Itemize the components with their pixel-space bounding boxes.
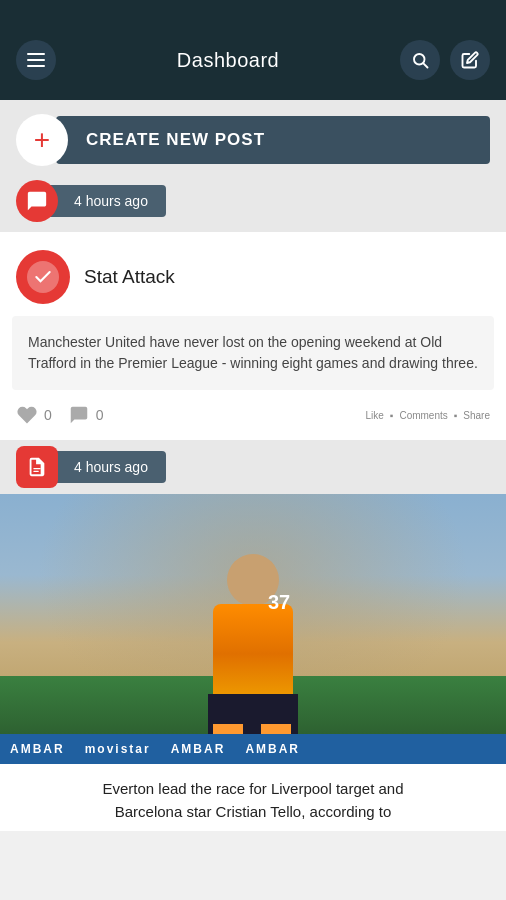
second-timestamp-badge: 4 hours ago <box>46 451 166 483</box>
player-figure: 37 <box>183 544 323 764</box>
edit-icon <box>461 51 479 69</box>
edit-button[interactable] <box>450 40 490 80</box>
comment-icon <box>68 404 90 426</box>
first-timestamp-row: 4 hours ago <box>0 180 506 232</box>
comment-count: 0 <box>96 407 104 423</box>
soccer-caption-line2: Barcelona star Cristian Tello, according… <box>115 803 392 820</box>
top-bar: Dashboard <box>0 0 506 100</box>
advertising-board: AMBAR movistar AMBAR AMBAR <box>0 734 506 764</box>
check-icon <box>33 267 53 287</box>
like-link[interactable]: Like <box>366 410 384 421</box>
chat-icon <box>26 190 48 212</box>
create-post-plus-button[interactable]: + <box>16 114 68 166</box>
post-avatar <box>16 250 70 304</box>
article-icon-badge <box>16 446 58 488</box>
soccer-image: 37 AMBAR movistar AMBAR AMBAR <box>0 494 506 764</box>
search-icon <box>411 51 429 69</box>
content-area: + CREATE NEW POST 4 hours ago Stat Attac… <box>0 100 506 831</box>
article-icon <box>26 456 48 478</box>
ad-text-1: AMBAR <box>0 742 75 756</box>
dot-separator-2: ▪ <box>454 410 458 421</box>
soccer-caption: Everton lead the race for Liverpool targ… <box>0 764 506 831</box>
ad-text-2: movistar <box>75 742 161 756</box>
search-button[interactable] <box>400 40 440 80</box>
post-title: Stat Attack <box>84 266 175 288</box>
hamburger-icon <box>27 53 45 67</box>
post-body: Manchester United have never lost on the… <box>12 316 494 390</box>
create-post-row: + CREATE NEW POST <box>0 100 506 180</box>
svg-rect-2 <box>33 468 40 469</box>
jersey-number: 37 <box>268 591 290 614</box>
post-header: Stat Attack <box>0 232 506 316</box>
stat-attack-post: Stat Attack Manchester United have never… <box>0 232 506 440</box>
ad-text-3: AMBAR <box>161 742 236 756</box>
create-post-label[interactable]: CREATE NEW POST <box>56 116 490 164</box>
svg-rect-3 <box>33 471 39 472</box>
share-link[interactable]: Share <box>463 410 490 421</box>
svg-line-1 <box>423 63 427 67</box>
avatar-inner <box>27 261 59 293</box>
soccer-caption-line1: Everton lead the race for Liverpool targ… <box>102 780 403 797</box>
comment-action[interactable]: 0 <box>68 404 104 426</box>
heart-icon <box>16 404 38 426</box>
ad-text-4: AMBAR <box>235 742 310 756</box>
comment-icon-badge <box>16 180 58 222</box>
action-links: Like ▪ Comments ▪ Share <box>366 410 491 421</box>
like-action[interactable]: 0 <box>16 404 52 426</box>
first-timestamp-badge: 4 hours ago <box>46 185 166 217</box>
comments-link[interactable]: Comments <box>399 410 447 421</box>
page-title: Dashboard <box>177 49 279 72</box>
like-count: 0 <box>44 407 52 423</box>
second-timestamp-row: 4 hours ago <box>0 440 506 494</box>
soccer-post: 37 AMBAR movistar AMBAR AMBAR Everton le… <box>0 494 506 831</box>
dot-separator-1: ▪ <box>390 410 394 421</box>
post-actions: 0 0 Like ▪ Comments ▪ Share <box>0 390 506 440</box>
player-jersey: 37 <box>213 604 293 704</box>
menu-button[interactable] <box>16 40 56 80</box>
plus-icon: + <box>34 126 50 154</box>
